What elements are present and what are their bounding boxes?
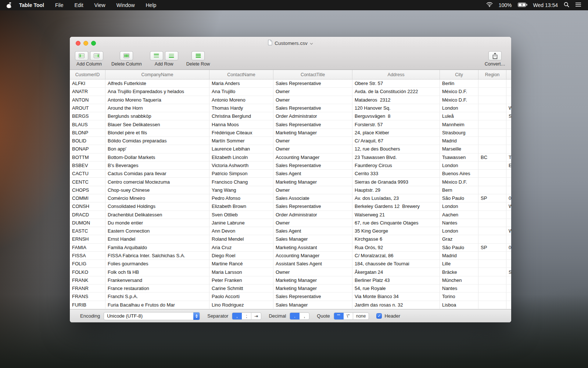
table-cell[interactable]: Accounting Manager (273, 252, 352, 259)
table-cell[interactable]: W (506, 227, 511, 235)
encoding-dropdown[interactable]: Unicode (UTF-8) (104, 312, 200, 320)
table-cell[interactable]: Folk och fä HB (105, 268, 209, 276)
table-cell[interactable]: São Paulo (440, 194, 478, 202)
table-cell[interactable]: Frankenversand (105, 276, 209, 284)
table-cell[interactable]: Sales Agent (273, 227, 352, 235)
decimal-comma-option[interactable]: , (300, 313, 309, 319)
table-cell[interactable]: W (506, 202, 511, 210)
table-cell[interactable]: COMMI (70, 194, 105, 202)
table-cell[interactable]: Graz (440, 235, 478, 243)
header-checkbox[interactable]: ✓ (376, 313, 382, 319)
table-cell[interactable] (506, 211, 511, 219)
table-cell[interactable] (478, 112, 506, 120)
separator-semicolon-option[interactable]: ; (242, 313, 251, 319)
table-cell[interactable] (478, 268, 506, 276)
table-cell[interactable]: FRANR (70, 284, 105, 292)
table-cell[interactable]: London (440, 162, 478, 169)
table-cell[interactable] (478, 137, 506, 145)
table-cell[interactable]: São Paulo (440, 244, 478, 251)
table-cell[interactable]: Furia Bacalhau e Frutos do Mar (105, 301, 209, 309)
table-cell[interactable]: Frédérique Citeaux (209, 129, 273, 137)
table-cell[interactable] (478, 88, 506, 95)
table-cell[interactable]: 24, place Kléber (352, 129, 440, 137)
column-header[interactable]: ContactName (209, 70, 273, 79)
table-cell[interactable]: CENTC (70, 178, 105, 185)
delete-row-button[interactable] (191, 51, 205, 60)
table-cell[interactable]: Obere Str. 57 (352, 79, 440, 87)
column-header[interactable]: CustomerID (70, 70, 105, 79)
table-cell[interactable]: FISSA (70, 252, 105, 259)
table-cell[interactable] (506, 79, 511, 87)
table-cell[interactable]: Sales Representative (273, 202, 352, 210)
table-cell[interactable]: FOLKO (70, 268, 105, 276)
table-cell[interactable] (506, 260, 511, 268)
table-cell[interactable]: Nantes (440, 284, 478, 292)
battery-percentage[interactable]: 100% (499, 2, 512, 8)
table-cell[interactable]: Marketing Manager (273, 284, 352, 292)
table-cell[interactable] (478, 284, 506, 292)
menu-window[interactable]: Window (116, 2, 135, 8)
table-cell[interactable]: Consolidated Holdings (105, 202, 209, 210)
table-cell[interactable]: Sales Representative (273, 104, 352, 112)
table-cell[interactable]: Antonio Moreno Taquería (105, 96, 209, 104)
table-cell[interactable]: Owner (273, 96, 352, 104)
table-cell[interactable] (478, 129, 506, 137)
table-cell[interactable]: Lino Rodriguez (209, 301, 273, 309)
table-cell[interactable] (506, 178, 511, 185)
table-cell[interactable]: ANTON (70, 96, 105, 104)
table-cell[interactable] (478, 186, 506, 194)
table-cell[interactable]: Owner (273, 145, 352, 153)
table-cell[interactable]: Madrid (440, 252, 478, 259)
table-cell[interactable]: Owner (273, 186, 352, 194)
table-cell[interactable]: FRANS (70, 293, 105, 300)
table-cell[interactable]: Madrid (440, 137, 478, 145)
table-cell[interactable]: Chop-suey Chinese (105, 186, 209, 194)
table-cell[interactable]: Via Monte Bianco 34 (352, 293, 440, 300)
table-cell[interactable]: Around the Horn (105, 104, 209, 112)
table-cell[interactable]: Walserweg 21 (352, 211, 440, 219)
table-cell[interactable] (478, 170, 506, 177)
table-cell[interactable]: 05 (506, 194, 511, 202)
table-cell[interactable]: B's Beverages (105, 162, 209, 169)
table-cell[interactable] (478, 219, 506, 227)
table-cell[interactable]: DUMON (70, 219, 105, 227)
table-cell[interactable]: Ana Trujillo Emparedados y helados (105, 88, 209, 95)
table-cell[interactable]: S- (506, 112, 511, 120)
table-cell[interactable]: Av. dos Lusíadas, 23 (352, 194, 440, 202)
table-cell[interactable]: Nantes (440, 219, 478, 227)
table-cell[interactable] (478, 301, 506, 309)
table-cell[interactable]: FOLIG (70, 260, 105, 268)
table-cell[interactable]: EC (506, 162, 511, 169)
title-chevron-down-icon[interactable] (310, 40, 313, 46)
table-cell[interactable]: Thomas Hardy (209, 104, 273, 112)
column-header[interactable] (506, 70, 511, 79)
table-cell[interactable]: México D.F. (440, 96, 478, 104)
table-cell[interactable] (506, 88, 511, 95)
table-cell[interactable]: Marketing Manager (273, 129, 352, 137)
table-cell[interactable]: Torino (440, 293, 478, 300)
apple-menu-icon[interactable] (7, 2, 12, 8)
menu-edit[interactable]: Edit (74, 2, 83, 8)
table-cell[interactable]: Martine Rancé (209, 260, 273, 268)
decimal-point-option[interactable]: . (290, 313, 300, 319)
table-cell[interactable]: Sales Agent (273, 170, 352, 177)
table-cell[interactable]: C/ Moralzarzal, 86 (352, 252, 440, 259)
table-cell[interactable]: 35 King George (352, 227, 440, 235)
table-cell[interactable]: 67, rue des Cinquante Otages (352, 219, 440, 227)
table-cell[interactable]: Antonio Moreno (209, 96, 273, 104)
table-cell[interactable]: Marseille (440, 145, 478, 153)
quote-doublequote-option[interactable]: "" (334, 313, 344, 319)
table-cell[interactable] (478, 235, 506, 243)
table-cell[interactable]: Cactus Comidas para llevar (105, 170, 209, 177)
table-cell[interactable]: Berkeley Gardens 12 Brewery (352, 202, 440, 210)
table-cell[interactable]: Sven Ottlieb (209, 211, 273, 219)
table-cell[interactable]: Sales Representative (273, 79, 352, 87)
table-cell[interactable] (478, 293, 506, 300)
table-cell[interactable]: Comércio Mineiro (105, 194, 209, 202)
table-cell[interactable]: 12, rue des Bouchers (352, 145, 440, 153)
table-cell[interactable]: ERNSH (70, 235, 105, 243)
menu-view[interactable]: View (94, 2, 105, 8)
zoom-button[interactable] (91, 41, 96, 46)
table-cell[interactable] (506, 235, 511, 243)
table-cell[interactable]: Sales Manager (273, 235, 352, 243)
